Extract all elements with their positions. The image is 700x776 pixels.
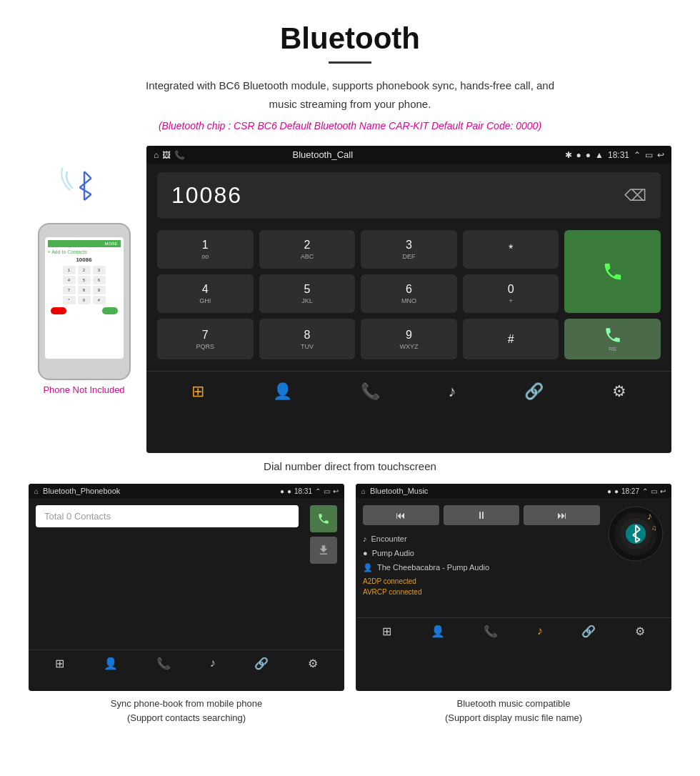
track3-name: The Cheebacabra - Pump Audio xyxy=(377,561,489,575)
expand-icon: ⌃ xyxy=(634,150,641,160)
mu-time: 18:27 xyxy=(621,487,639,495)
mu-expand: ⌃ xyxy=(642,487,648,495)
pb-statusbar-title: Bluetooth_Phonebook xyxy=(43,487,276,495)
svg-text:♫: ♫ xyxy=(651,524,657,532)
mu-bottom-music[interactable]: ♪ xyxy=(535,622,545,640)
pb-bottom-bar: ⊞ 👤 📞 ♪ 🔗 ⚙ xyxy=(29,650,344,677)
pb-bottom-grid[interactable]: ⊞ xyxy=(53,655,66,672)
mu-window: ▭ xyxy=(651,487,657,495)
bottom-contacts-icon[interactable]: 👤 xyxy=(269,379,296,404)
search-placeholder: Total 0 Contacts xyxy=(44,511,111,522)
a2dp-status: A2DP connected xyxy=(363,577,600,585)
key-0[interactable]: 0+ xyxy=(463,274,559,313)
bottom-grid-icon[interactable]: ⊞ xyxy=(188,379,208,404)
phonebook-statusbar: ⌂ Bluetooth_Phonebook ● ● 18:31 ⌃ ▭ ↩ xyxy=(29,484,344,498)
mu-statusbar-title: Bluetooth_Music xyxy=(370,487,603,495)
signal-dot1: ● xyxy=(576,150,581,160)
pb-bottom-settings[interactable]: ⚙ xyxy=(306,655,320,672)
backspace-button[interactable]: ⌫ xyxy=(624,186,646,205)
key-6[interactable]: 6MNO xyxy=(361,274,457,313)
main-screen-caption: Dial number direct from touchscreen xyxy=(29,460,671,472)
recall-button[interactable]: RE xyxy=(564,319,661,359)
mu-bottom-settings[interactable]: ⚙ xyxy=(633,622,647,640)
vinyl-disc: ♪ ♫ xyxy=(607,505,664,562)
mu-back[interactable]: ↩ xyxy=(660,487,666,495)
play-pause-button[interactable]: ⏸ xyxy=(444,505,520,525)
pb-call-button[interactable] xyxy=(310,505,337,532)
key-5[interactable]: 5JKL xyxy=(259,274,356,313)
mu-bottom-phone[interactable]: 📞 xyxy=(481,622,500,640)
next-button[interactable]: ⏭ xyxy=(524,505,600,525)
photo-icon: 🖼 xyxy=(162,150,171,160)
music-block: ⌂ Bluetooth_Music ● ● 18:27 ⌃ ▭ ↩ xyxy=(356,484,671,725)
track2-name: Pump Audio xyxy=(372,547,414,561)
key-3[interactable]: 3DEF xyxy=(361,230,457,269)
pb-bottom-phone[interactable]: 📞 xyxy=(154,655,173,672)
phonebook-caption: Sync phone-book from mobile phone(Suppor… xyxy=(29,697,344,725)
pb-bt-dot2: ● xyxy=(287,487,291,495)
key-2[interactable]: 2ABC xyxy=(259,230,356,269)
phonebook-screen: ⌂ Bluetooth_Phonebook ● ● 18:31 ⌃ ▭ ↩ xyxy=(29,484,344,691)
pb-bt-dot1: ● xyxy=(280,487,284,495)
dialer-display: 10086 ⌫ xyxy=(157,172,661,219)
main-statusbar: ⌂ 🖼 📞 Bluetooth_Call ✱ ● ● ▲ 18:31 ⌃ ▭ ↩ xyxy=(146,146,671,164)
track2-icon: ● xyxy=(363,547,368,561)
time-display: 18:31 xyxy=(608,150,629,160)
mu-bottom-contacts[interactable]: 👤 xyxy=(429,622,447,640)
svg-line-3 xyxy=(79,187,91,194)
main-car-screen: ⌂ 🖼 📞 Bluetooth_Call ✱ ● ● ▲ 18:31 ⌃ ▭ ↩ xyxy=(146,146,671,453)
track1-icon: ♪ xyxy=(363,532,367,547)
pb-window: ▭ xyxy=(324,487,330,495)
phone-image: MORE + Add to Contacts 10086 123 456 789… xyxy=(38,223,131,380)
mu-home-icon: ⌂ xyxy=(361,487,366,495)
key-8[interactable]: 8TUV xyxy=(259,319,356,359)
bottom-screens-row: ⌂ Bluetooth_Phonebook ● ● 18:31 ⌃ ▭ ↩ xyxy=(29,484,671,725)
main-statusbar-title: Bluetooth_Call xyxy=(293,149,559,160)
avrcp-status: AVRCP connected xyxy=(363,588,600,596)
track1-name: Encounter xyxy=(371,532,407,547)
svg-text:♪: ♪ xyxy=(647,510,652,522)
pb-download-button[interactable] xyxy=(310,537,337,564)
mu-statusbar-right: ● ● 18:27 ⌃ ▭ ↩ xyxy=(607,487,666,495)
pb-bottom-contacts[interactable]: 👤 xyxy=(101,655,120,672)
pb-statusbar-right: ● ● 18:31 ⌃ ▭ ↩ xyxy=(280,487,339,495)
track-2: ● Pump Audio xyxy=(363,547,600,561)
track-info: ♪ Encounter ● Pump Audio 👤 The Cheebacab… xyxy=(363,532,600,574)
home-icon[interactable]: ⌂ xyxy=(154,150,159,160)
call-button[interactable] xyxy=(564,230,661,313)
bottom-music-icon[interactable]: ♪ xyxy=(444,379,459,404)
title-divider xyxy=(329,61,371,64)
signal-dot2: ● xyxy=(586,150,591,160)
music-transport: ⏮ ⏸ ⏭ xyxy=(363,505,600,525)
key-1[interactable]: 1oo xyxy=(157,230,254,269)
page-subtitle: Integrated with BC6 Bluetooth module, su… xyxy=(29,76,671,113)
phonebook-body: Total 0 Contacts xyxy=(29,498,344,571)
phonebook-actions xyxy=(310,505,337,564)
track3-icon: 👤 xyxy=(363,561,373,575)
contact-search-bar[interactable]: Total 0 Contacts xyxy=(36,505,299,527)
key-hash[interactable]: # xyxy=(463,319,559,359)
pb-bottom-link[interactable]: 🔗 xyxy=(252,655,271,672)
bottom-phone-icon[interactable]: 📞 xyxy=(357,379,384,404)
wifi-icon: ▲ xyxy=(595,150,604,160)
svg-line-1 xyxy=(84,171,91,179)
key-9[interactable]: 9WXYZ xyxy=(361,319,457,359)
key-7[interactable]: 7PQRS xyxy=(157,319,254,359)
key-star[interactable]: * xyxy=(463,230,559,269)
pb-back[interactable]: ↩ xyxy=(333,487,339,495)
phone-not-included-label: Phone Not Included xyxy=(43,384,124,395)
back-icon[interactable]: ↩ xyxy=(657,150,664,160)
key-4[interactable]: 4GHI xyxy=(157,274,254,313)
bottom-link-icon[interactable]: 🔗 xyxy=(521,379,547,404)
keypad-grid: 1oo 2ABC 3DEF * 4GHI 5JKL 6MNO 0+ 7PQRS … xyxy=(146,224,671,365)
phone-screen: MORE + Add to Contacts 10086 123 456 789… xyxy=(45,237,124,359)
mu-bt-dot2: ● xyxy=(614,487,619,495)
pb-bottom-music[interactable]: ♪ xyxy=(208,655,218,672)
mu-bottom-grid[interactable]: ⊞ xyxy=(380,622,394,640)
music-statusbar: ⌂ Bluetooth_Music ● ● 18:27 ⌃ ▭ ↩ xyxy=(356,484,671,498)
window-icon: ▭ xyxy=(645,150,653,160)
prev-button[interactable]: ⏮ xyxy=(363,505,439,525)
music-body: ⏮ ⏸ ⏭ ♪ Encounter ● Pump xyxy=(356,498,671,603)
bottom-settings-icon[interactable]: ⚙ xyxy=(609,379,630,404)
mu-bottom-link[interactable]: 🔗 xyxy=(579,622,598,640)
